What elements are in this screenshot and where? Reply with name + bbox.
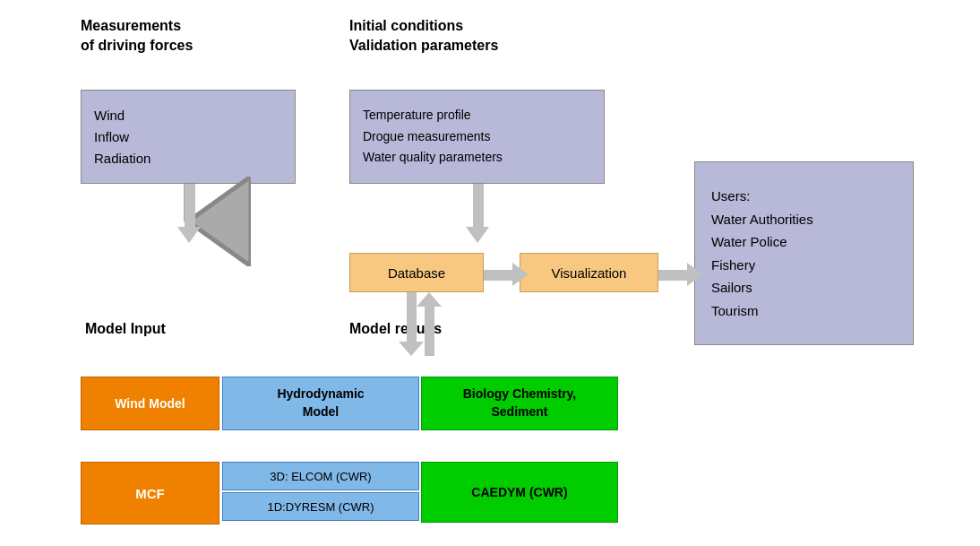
drogue-label: Drogue measurements [363, 126, 490, 148]
water-quality-label: Water quality parameters [363, 147, 503, 169]
temp-profile-label: Temperature profile [363, 105, 471, 126]
diagram-container: Measurements of driving forces Initial c… [0, 0, 980, 546]
mcf-label: MCF [135, 486, 165, 501]
radiation-label: Radiation [94, 148, 150, 169]
header-left: Measurements of driving forces [81, 16, 193, 56]
caedym-box: CAEDYM (CWR) [421, 462, 618, 523]
bio-chem-box: Biology Chemistry,Sediment [421, 377, 618, 430]
visualization-box: Visualization [520, 253, 658, 292]
users-tourism: Tourism [711, 299, 759, 323]
users-sailors: Sailors [711, 276, 752, 299]
wind-model-box: Wind Model [81, 377, 219, 430]
header-right: Initial conditions Validation parameters [349, 16, 498, 56]
database-box: Database [349, 253, 484, 292]
hydro-model-label: HydrodynamicModel [277, 386, 364, 420]
caedym-label: CAEDYM (CWR) [471, 485, 567, 499]
header-left-line1: Measurements [81, 16, 193, 36]
wind-inflow-box: Wind Inflow Radiation [81, 90, 296, 184]
inflow-label: Inflow [94, 126, 129, 148]
elcom-label: 3D: ELCOM (CWR) [270, 470, 371, 483]
model-input-label: Model Input [85, 321, 166, 337]
users-fishery: Fishery [711, 254, 755, 277]
users-title: Users: [711, 185, 750, 208]
wind-model-label: Wind Model [115, 396, 185, 411]
users-box: Users: Water Authorities Water Police Fi… [694, 161, 914, 345]
users-water-authorities: Water Authorities [711, 208, 813, 231]
header-right-line1: Initial conditions [349, 16, 498, 36]
database-label: Database [388, 265, 445, 281]
bio-chem-label: Biology Chemistry,Sediment [463, 386, 577, 420]
dyresm-box: 1D:DYRESM (CWR) [222, 492, 419, 521]
header-left-line2: of driving forces [81, 36, 193, 56]
hydro-model-box: HydrodynamicModel [222, 377, 419, 430]
users-water-police: Water Police [711, 230, 787, 254]
dyresm-label: 1D:DYRESM (CWR) [267, 500, 374, 514]
elcom-box: 3D: ELCOM (CWR) [222, 462, 419, 490]
header-right-line2: Validation parameters [349, 36, 498, 56]
wind-label: Wind [94, 105, 125, 126]
visualization-label: Visualization [552, 265, 627, 281]
mcf-box: MCF [81, 462, 219, 524]
temperature-profile-box: Temperature profile Drogue measurements … [349, 90, 605, 184]
